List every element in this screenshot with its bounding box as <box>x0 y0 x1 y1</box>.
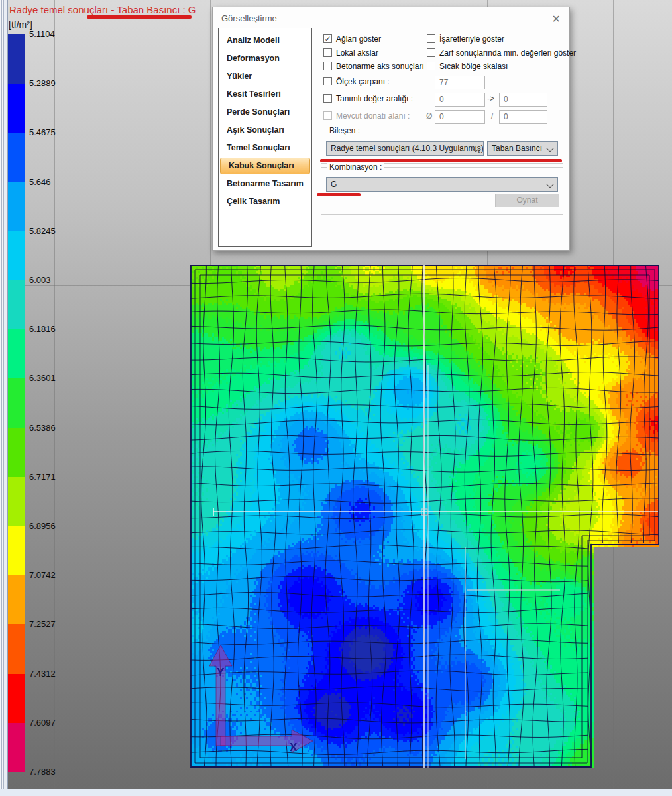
chevron-down-icon <box>546 180 553 188</box>
list-item-a-k-sonu-lar-[interactable]: Aşık Sonuçları <box>219 121 311 139</box>
component-group-label: Bileşen : <box>327 126 363 135</box>
component-result-dropdown[interactable]: Radye temel sonuçları (4.10.3 Uygulanmış… <box>326 141 484 156</box>
scale-color-segment <box>8 182 25 231</box>
scale-color-segment <box>8 378 25 427</box>
checkbox-label: Zarf sonuçlarında min. değerleri göster <box>439 48 576 58</box>
scale-tick-label: 7.2527 <box>29 619 56 629</box>
unit-label: [tf/m²] <box>9 19 32 30</box>
scale-color-segment <box>8 329 25 378</box>
combination-dropdown[interactable]: G <box>326 177 558 192</box>
scale-tick-label: 6.1816 <box>29 324 56 334</box>
component-result-value: Radye temel sonuçları (4.10.3 Uygulanmış… <box>331 144 484 153</box>
result-title: Radye temel sonuçları - Taban Basıncı : … <box>9 4 196 15</box>
scale-color-segment <box>8 428 25 477</box>
scale-tick-label: 7.6097 <box>29 718 56 728</box>
checkbox-label: İşaretleriyle göster <box>439 34 504 44</box>
scale-tick-label: 5.646 <box>29 177 51 187</box>
scale-tick-label: 5.1104 <box>29 29 55 39</box>
chevron-down-icon <box>546 144 553 152</box>
checkbox-tanimli-deger[interactable] <box>323 94 332 103</box>
annotation-underline-combination <box>317 193 361 196</box>
play-button: Oynat <box>495 194 559 207</box>
scale-tick-label: 6.003 <box>29 275 51 285</box>
checkbox-sicak-bolge[interactable] <box>427 62 435 70</box>
scale-tick-label: 7.7883 <box>29 767 56 777</box>
scale-color-segment <box>8 133 25 182</box>
checkbox-mevcut-donati <box>323 111 332 120</box>
scale-color-segment <box>8 674 25 723</box>
checkbox-lokal-akslar[interactable] <box>323 48 332 57</box>
annotation-underline-component <box>320 159 562 162</box>
diameter-symbol: Ø <box>426 111 432 121</box>
scale-tick-label: 6.5386 <box>29 423 56 433</box>
checkbox-isaretleriyle-goster[interactable] <box>427 34 435 43</box>
range-label: Tanımlı değer aralığı : <box>336 94 413 103</box>
rebar-label: Mevcut donatı alanı : <box>336 111 410 121</box>
list-item-temel-sonu-lar-[interactable]: Temel Sonuçları <box>219 139 311 157</box>
combination-groupbox: Kombinasyon : G <box>321 167 563 215</box>
contour-plot-canvas[interactable] <box>190 265 659 768</box>
checkbox-label: Ağları göster <box>336 34 381 44</box>
scale-color-segment <box>8 526 25 575</box>
close-icon[interactable]: ✕ <box>552 13 561 25</box>
scale-tick-label: 5.2889 <box>29 78 56 88</box>
category-list: Analiz ModeliDeformasyonYüklerKesit Tesi… <box>218 28 312 247</box>
scale-factor-input[interactable]: 77 <box>435 76 485 89</box>
scale-color-segment <box>8 34 25 84</box>
checkbox-label: Lokal akslar <box>336 48 378 58</box>
dialog-title: Görselleştirme <box>221 13 277 23</box>
grid-line-horizontal <box>7 773 672 773</box>
rebar-separator: / <box>491 111 493 121</box>
list-item-y-kler[interactable]: Yükler <box>219 68 311 85</box>
list-item--elik-tasar-m[interactable]: Çelik Tasarım <box>219 193 311 211</box>
scale-tick-label: 5.4675 <box>29 127 56 137</box>
rebar-input-1: 0 <box>435 110 485 124</box>
component-type-dropdown[interactable]: Taban Basıncı <box>487 141 558 156</box>
status-bar-edge <box>0 789 672 796</box>
scale-color-segment <box>8 280 25 329</box>
scale-color-segment <box>8 477 25 526</box>
scale-color-segment <box>8 231 25 280</box>
combination-value: G <box>331 180 337 189</box>
scale-tick-label: 7.4312 <box>29 669 56 679</box>
checkbox-betonarme-aks[interactable] <box>323 62 332 70</box>
component-type-value: Taban Basıncı <box>492 144 542 153</box>
list-item-analiz-modeli[interactable]: Analiz Modeli <box>219 32 311 50</box>
scale-tick-label: 7.0742 <box>29 570 56 580</box>
checkbox-olcek-carpani[interactable] <box>323 77 332 85</box>
scale-color-segment <box>8 575 25 624</box>
scale-tick-label: 6.7171 <box>29 472 56 482</box>
scale-color-segment <box>8 723 25 772</box>
checkbox-aglari-goster[interactable]: ✓ <box>323 34 332 43</box>
range-arrow: -> <box>487 94 494 103</box>
annotation-underline-title <box>87 15 192 19</box>
scale-color-segment <box>8 624 25 673</box>
checkbox-zarf-sonuclari[interactable] <box>427 48 435 57</box>
list-item-perde-sonu-lar-[interactable]: Perde Sonuçları <box>219 103 311 121</box>
combination-group-label: Kombinasyon : <box>327 162 384 172</box>
list-item-kesit-tesirleri[interactable]: Kesit Tesirleri <box>219 85 311 103</box>
application-viewport: Radye temel sonuçları - Taban Basıncı : … <box>0 0 672 796</box>
panel-splitter[interactable] <box>0 0 8 796</box>
checkbox-label: Betonarme aks sonuçları <box>336 62 424 71</box>
scale-tick-label: 6.8956 <box>29 521 56 531</box>
range-to-input[interactable]: 0 <box>499 93 547 107</box>
scale-factor-label: Ölçek çarpanı : <box>336 77 390 86</box>
scale-tick-label: 5.8245 <box>29 226 56 236</box>
scale-color-segment <box>8 84 25 133</box>
checkbox-label: Sıcak bölge skalası <box>439 62 508 71</box>
rebar-input-2: 0 <box>499 110 547 124</box>
scale-tick-label: 6.3601 <box>29 373 56 383</box>
visualization-dialog: Görselleştirme ✕ Analiz ModeliDeformasyo… <box>212 7 570 251</box>
list-item-kabuk-sonu-lar-[interactable]: Kabuk Sonuçları <box>220 158 310 174</box>
list-item-deformasyon[interactable]: Deformasyon <box>219 50 311 68</box>
range-from-input[interactable]: 0 <box>435 93 485 107</box>
list-item-betonarme-tasar-m[interactable]: Betonarme Tasarım <box>219 175 311 193</box>
